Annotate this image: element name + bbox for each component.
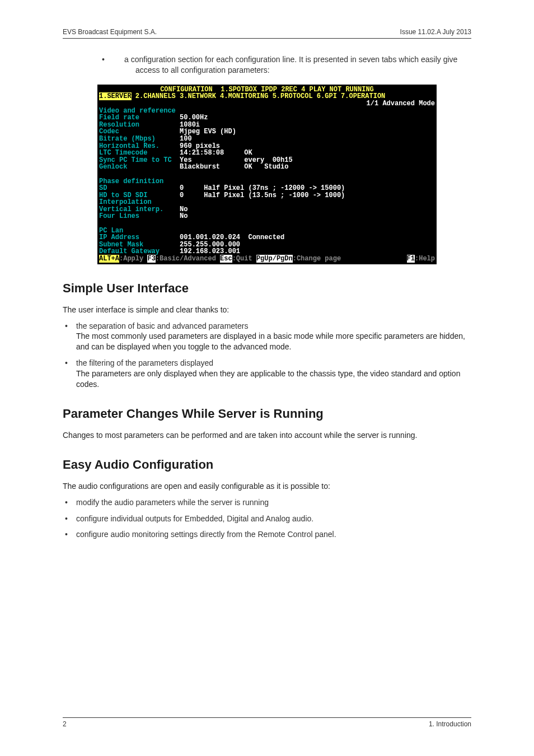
- header-right: Issue 11.02.A July 2013: [400, 28, 471, 36]
- page-number: 2: [63, 720, 67, 728]
- sc-mode: 1/1 Advanced Mode: [99, 100, 435, 108]
- sc-footer: ALT+A:Apply F3:Basic/Advanced Esc:Quit P…: [99, 255, 435, 263]
- s3-item-1-text: modify the audio parameters while the se…: [76, 498, 269, 507]
- s1-item-2-sub: The parameters are only displayed when t…: [76, 368, 471, 390]
- sc-key-apply: ALT+A: [99, 255, 119, 263]
- sc-tabs-rest: 2.CHANNELS 3.NETWORK 4.MONITORING 5.PROT…: [132, 92, 386, 100]
- sc-key-f1-label: :Help: [415, 255, 435, 263]
- s1-item-2-text: the filtering of the parameters displaye…: [76, 358, 213, 367]
- s1-item-2: the filtering of the parameters displaye…: [63, 358, 471, 390]
- footer-section: 1. Introduction: [429, 720, 471, 728]
- s3-item-2: configure individual outputs for Embedde…: [63, 514, 471, 524]
- s3-intro: The audio configurations are open and ea…: [63, 481, 471, 492]
- sc-key-esc: Esc: [220, 255, 232, 263]
- heading-param-changes: Parameter Changes While Server is Runnin…: [63, 407, 471, 421]
- header-left: EVS Broadcast Equipment S.A.: [63, 28, 157, 36]
- intro-bullet: •a configuration section for each config…: [124, 54, 471, 76]
- sc-tab-selected: 1.SERVER: [99, 92, 132, 100]
- heading-simple-ui: Simple User Interface: [63, 281, 471, 296]
- s2-body: Changes to most parameters can be perfor…: [63, 430, 471, 441]
- page-header: EVS Broadcast Equipment S.A. Issue 11.02…: [63, 28, 471, 39]
- s3-item-1: modify the audio parameters while the se…: [63, 497, 471, 508]
- heading-easy-audio: Easy Audio Configuration: [63, 458, 471, 472]
- intro-text: a configuration section for each configu…: [124, 55, 457, 74]
- s3-list: modify the audio parameters while the se…: [63, 497, 471, 540]
- sc-key-apply-label: :Apply: [119, 255, 147, 263]
- s1-item-1: the separation of basic and advanced par…: [63, 321, 471, 353]
- config-screenshot: CONFIGURATION 1.SPOTBOX IPDP 2REC 4 PLAY…: [97, 85, 437, 264]
- s1-item-1-text: the separation of basic and advanced par…: [76, 321, 248, 330]
- sc-key-f1: F1: [407, 255, 415, 263]
- s3-item-3-text: configure audio monitoring settings dire…: [76, 530, 336, 539]
- s1-intro: The user interface is simple and clear t…: [63, 305, 471, 315]
- sc-key-pg-label: :Change page: [293, 255, 341, 263]
- sc-row: Genlock Blackburst OK Studio: [99, 164, 435, 171]
- sc-key-f3: F3: [147, 255, 155, 263]
- s1-list: the separation of basic and advanced par…: [63, 321, 471, 390]
- s3-item-2-text: configure individual outputs for Embedde…: [76, 514, 313, 523]
- sc-row: Four Lines No: [99, 213, 435, 220]
- s3-item-3: configure audio monitoring settings dire…: [63, 529, 471, 540]
- page-footer: 2 1. Introduction: [63, 717, 471, 728]
- s1-item-1-sub: The most commonly used parameters are di…: [76, 331, 471, 352]
- sc-key-f3-label: :Basic/Advanced: [156, 255, 220, 263]
- sc-key-esc-label: :Quit: [232, 255, 256, 263]
- sc-key-pg: PgUp/PgDn: [256, 255, 293, 263]
